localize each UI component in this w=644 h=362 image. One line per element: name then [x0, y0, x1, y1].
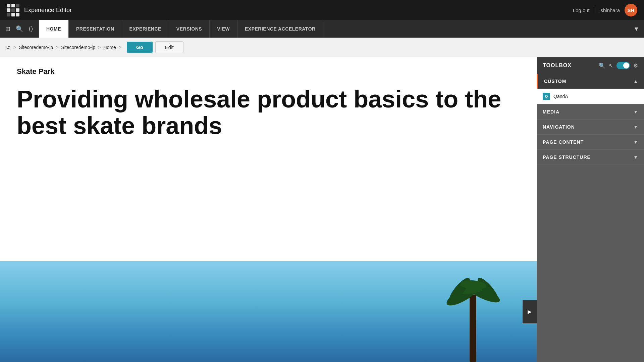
custom-chevron-icon [633, 79, 638, 84]
breadcrumb-sep-3: > [98, 45, 101, 50]
breadcrumb-sep-4: > [119, 45, 121, 50]
nav-bar: ⊞ 🔍 ⟨⟩ HOME PRESENTATION EXPERIENCE VERS… [0, 20, 644, 38]
logo-cell [11, 13, 15, 16]
palm-tree-svg [436, 268, 510, 362]
toolbox-toggle[interactable] [616, 62, 630, 69]
page-structure-section-header[interactable]: PAGE STRUCTURE [537, 150, 644, 165]
logo-cell [16, 8, 19, 12]
logout-link[interactable]: Log out [573, 7, 590, 13]
toolbox-section-page-content: PAGE CONTENT [537, 135, 644, 150]
page-content-section-label: PAGE CONTENT [543, 139, 584, 145]
svg-rect-0 [470, 295, 476, 362]
logo-cell [11, 4, 15, 7]
logo-cell [7, 4, 10, 7]
search-nav-icon[interactable]: 🔍 [14, 24, 24, 34]
media-section-header[interactable]: MEDIA [537, 104, 644, 119]
breadcrumb-sep-2: > [56, 45, 58, 50]
navigation-chevron-icon [633, 124, 638, 130]
page-structure-chevron-icon [633, 154, 638, 160]
toolbox-sidebar: TOOLBOX 🔍 ↖ ⚙ CUSTOM Q QandA [537, 57, 644, 362]
navigation-section-header[interactable]: NAVIGATION [537, 120, 644, 134]
toolbox-section-navigation: NAVIGATION [537, 120, 644, 135]
media-section-label: MEDIA [543, 109, 559, 115]
nav-icon-group: ⊞ 🔍 ⟨⟩ [0, 20, 39, 38]
share-nav-icon[interactable]: ⟨⟩ [27, 24, 35, 34]
breadcrumb-home-icon[interactable]: 🗂 [5, 44, 11, 50]
hero-text: Providing wholesale product basics to th… [17, 86, 520, 139]
logo-cell [7, 13, 10, 16]
nav-items: HOME PRESENTATION EXPERIENCE VERSIONS VI… [39, 20, 323, 38]
toolbox-section-media: MEDIA [537, 104, 644, 120]
breadcrumb-part-3[interactable]: Home [103, 45, 116, 50]
media-chevron-icon [633, 109, 638, 115]
breadcrumb-sep-1: > [13, 45, 16, 50]
content-inner: Skate Park Providing wholesale product b… [0, 57, 537, 149]
breadcrumb-bar: 🗂 > Sitecoredemo-jp > Sitecoredemo-jp > … [0, 38, 644, 57]
avatar[interactable]: SH [625, 4, 637, 16]
toolbox-cursor-icon[interactable]: ↖ [609, 62, 613, 69]
bottom-image-area: ► [0, 261, 537, 362]
edit-button[interactable]: Edit [155, 41, 183, 53]
logo-cell [16, 13, 19, 16]
go-button[interactable]: Go [127, 42, 153, 53]
next-arrow-button[interactable]: ► [523, 300, 537, 323]
page-content-chevron-icon [633, 139, 638, 145]
toolbox-section-custom: CUSTOM Q QandA [537, 74, 644, 104]
app-logo [7, 4, 19, 16]
home-nav-icon[interactable]: ⊞ [4, 24, 12, 34]
breadcrumb-part-2[interactable]: Sitecoredemo-jp [61, 45, 95, 50]
qanda-item[interactable]: Q QandA [537, 89, 644, 104]
nav-item-versions[interactable]: VERSIONS [169, 20, 210, 38]
qanda-label: QandA [553, 94, 568, 99]
nav-item-home[interactable]: HOME [39, 20, 69, 38]
nav-item-view[interactable]: VIEW [210, 20, 237, 38]
content-area: Skate Park Providing wholesale product b… [0, 57, 537, 362]
page-subtitle: Skate Park [17, 67, 520, 76]
username-label: shinhara [600, 7, 620, 13]
breadcrumb-part-1[interactable]: Sitecoredemo-jp [19, 45, 53, 50]
toolbox-section-page-structure: PAGE STRUCTURE [537, 150, 644, 165]
toolbox-settings-icon[interactable]: ⚙ [633, 62, 638, 69]
custom-section-label: CUSTOM [544, 79, 566, 84]
page-content-section-header[interactable]: PAGE CONTENT [537, 135, 644, 149]
qanda-icon: Q [543, 93, 550, 100]
toolbox-title: TOOLBOX [543, 62, 572, 69]
top-bar: Experience Editor Log out | shinhara SH [0, 0, 644, 20]
user-section: Log out | shinhara SH [573, 4, 637, 16]
nav-item-experience-accelerator[interactable]: EXPERIENCE ACCELERATOR [237, 20, 323, 38]
toolbox-search-icon[interactable]: 🔍 [599, 62, 605, 69]
nav-item-presentation[interactable]: PRESENTATION [69, 20, 122, 38]
logo-cell [16, 4, 19, 7]
app-title: Experience Editor [24, 7, 72, 14]
toolbox-header: TOOLBOX 🔍 ↖ ⚙ [537, 57, 644, 74]
app-branding: Experience Editor [7, 4, 72, 16]
toolbox-icons: 🔍 ↖ ⚙ [599, 62, 638, 69]
logo-cell [11, 8, 15, 12]
nav-item-experience[interactable]: EXPERIENCE [122, 20, 169, 38]
logo-cell [7, 8, 10, 12]
page-structure-section-label: PAGE STRUCTURE [543, 154, 591, 160]
navigation-section-label: NAVIGATION [543, 124, 575, 130]
main-layout: Skate Park Providing wholesale product b… [0, 57, 644, 362]
separator: | [594, 7, 596, 14]
toggle-knob [623, 62, 629, 69]
custom-section-header[interactable]: CUSTOM [537, 74, 644, 89]
nav-dropdown-chevron[interactable]: ▼ [629, 20, 644, 38]
